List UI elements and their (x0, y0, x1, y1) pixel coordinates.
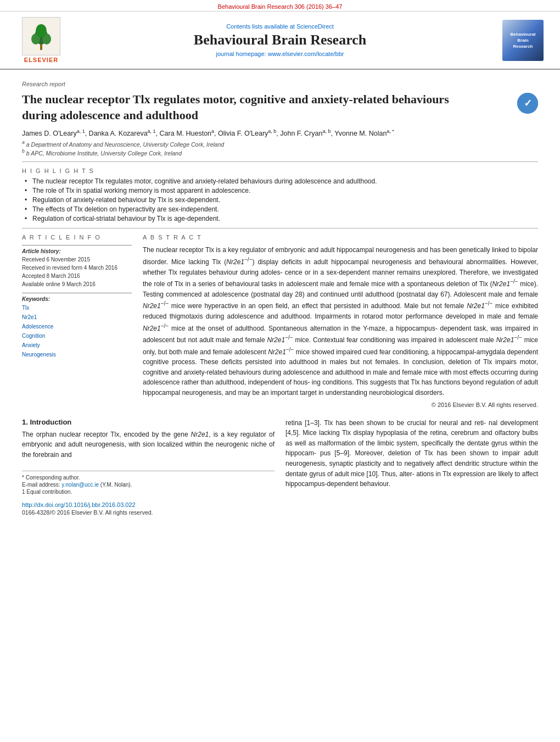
elsevier-logo: ELSEVIER (16, 17, 66, 63)
journal-citation: Behavioural Brain Research 306 (2016) 36… (218, 3, 343, 10)
keywords-block: Keywords: Tlx Nr2e1 Adolescence Cognitio… (22, 293, 132, 359)
title-row: The nuclear receptor Tlx regulates motor… (22, 92, 538, 123)
abstract-title: A B S T R A C T (143, 234, 538, 241)
highlights-list: The nuclear receptor Tlx regulates motor… (22, 177, 538, 222)
keyword: Tlx (22, 303, 132, 313)
sciencedirect-link[interactable]: ScienceDirect (296, 23, 334, 30)
abstract-text: The nuclear receptor Tlx is a key regula… (143, 245, 538, 398)
gene-name-8: Nr2e1 (268, 348, 286, 356)
keywords-label: Keywords: (22, 296, 132, 302)
highlight-item: The role of Tlx in spatial working memor… (25, 187, 538, 194)
gene-name-6: Nr2e1 (267, 336, 285, 344)
crossmark-badge[interactable]: ✓ (517, 93, 538, 114)
with-text: with (440, 369, 451, 376)
article-history-block: Article history: Received 6 November 201… (22, 245, 132, 288)
keyword: Adolescence (22, 322, 132, 331)
article-info-abstract: A R T I C L E I N F O Article history: R… (22, 234, 538, 408)
article-info-column: A R T I C L E I N F O Article history: R… (22, 234, 132, 408)
history-label: Article history: (22, 248, 132, 254)
body-col-right: retina [1–3]. Tlx has been shown to be c… (285, 418, 538, 516)
highlights-title: H I G H L I G H T S (22, 168, 538, 174)
gene-name-7: Nr2e1 (496, 336, 514, 344)
page: Behavioural Brain Research 306 (2016) 36… (0, 0, 560, 742)
online-date: Available online 9 March 2016 (22, 280, 132, 288)
keyword: Anxiety (22, 341, 132, 350)
intro-heading: 1. Introduction (22, 418, 275, 426)
divider-highlights (22, 161, 538, 162)
journal-title: Behavioural Brain Research (71, 32, 489, 48)
journal-homepage: journal homepage: www.elsevier.com/locat… (71, 51, 489, 57)
contents-available: Contents lists available at ScienceDirec… (71, 23, 489, 30)
intro-text-right: retina [1–3]. Tlx has been shown to be c… (285, 418, 538, 489)
highlight-item: The effects of Tlx deletion on hyperacti… (25, 205, 538, 213)
journal-homepage-link[interactable]: www.elsevier.com/locate/bbr (268, 51, 344, 57)
journal-center-info: Contents lists available at ScienceDirec… (71, 23, 489, 57)
email-link[interactable]: y.nolan@ucc.ie (61, 482, 99, 488)
svg-text:✓: ✓ (524, 98, 532, 109)
corresponding-note: * Corresponding author. (22, 475, 275, 481)
gene-name-4: Nr2e1 (467, 302, 485, 310)
gene-name-3: Nr2e1 (143, 302, 161, 310)
copyright-notice: © 2016 Elsevier B.V. All rights reserved… (143, 401, 538, 408)
body-col-left: 1. Introduction The orphan nuclear recep… (22, 418, 275, 516)
received-date: Received 6 November 2015 (22, 255, 132, 264)
journal-header: ELSEVIER Contents lists available at Sci… (0, 12, 560, 70)
abstract-column: A B S T R A C T The nuclear receptor Tlx… (143, 234, 538, 408)
gene-nr2e1: Nr2e1 (191, 431, 209, 438)
journal-logo: Behavioural Brain Research (494, 20, 544, 61)
authors-line: James D. O'Learya, 1, Danka A. Kozarevaa… (22, 129, 538, 137)
keyword: Cognition (22, 331, 132, 341)
elsevier-tree-image (22, 17, 60, 55)
keyword: Nr2e1 (22, 313, 132, 322)
elsevier-brand-text: ELSEVIER (24, 57, 58, 63)
footer-notes: * Corresponding author. E-mail address: … (22, 471, 275, 495)
affiliations: a a Department of Anatomy and Neuroscien… (22, 140, 538, 156)
body-section: 1. Introduction The orphan nuclear recep… (22, 418, 538, 516)
doi-section: http://dx.doi.org/10.1016/j.bbr.2016.03.… (22, 501, 275, 516)
main-content: Research report The nuclear receptor Tlx… (0, 70, 560, 527)
affiliation-b: b b APC, Microbiome Institute, Universit… (22, 148, 538, 157)
highlight-item: Regulation of anxiety-related behaviour … (25, 196, 538, 204)
gene-name: Nr2e1 (226, 258, 244, 266)
highlight-item: The nuclear receptor Tlx regulates motor… (25, 177, 538, 185)
article-info-title: A R T I C L E I N F O (22, 234, 132, 241)
highlight-item: Regulation of cortical-striatal behaviou… (25, 215, 538, 222)
divider-article-info (22, 228, 538, 228)
bbr-logo-box: Behavioural Brain Research (502, 20, 544, 61)
doi-link[interactable]: http://dx.doi.org/10.1016/j.bbr.2016.03.… (22, 501, 275, 508)
gene-name-2: Nr2e1 (492, 280, 510, 288)
revised-date: Received in revised form 4 March 2016 (22, 264, 132, 272)
highlights-section: H I G H L I G H T S The nuclear receptor… (22, 168, 538, 222)
accepted-date: Accepted 8 March 2016 (22, 272, 132, 280)
keywords-list: Tlx Nr2e1 Adolescence Cognition Anxiety … (22, 303, 132, 359)
article-title: The nuclear receptor Tlx regulates motor… (22, 92, 472, 123)
affiliation-a: a a Department of Anatomy and Neuroscien… (22, 140, 538, 148)
email-note: E-mail address: y.nolan@ucc.ie (Y.M. Nol… (22, 482, 275, 488)
email-name: (Y.M. Nolan). (100, 482, 132, 488)
equal-contribution-note: 1 Equal contribution. (22, 489, 275, 495)
journal-bar: Behavioural Brain Research 306 (2016) 36… (0, 0, 560, 12)
issn-text: 0166-4328/© 2016 Elsevier B.V. All right… (22, 509, 275, 516)
svg-point-5 (36, 24, 47, 37)
gene-name-5: Nr2e1 (143, 325, 161, 332)
keyword: Neurogenesis (22, 350, 132, 359)
intro-text-left: The orphan nuclear receptor Tlx, encoded… (22, 429, 275, 460)
section-label: Research report (22, 81, 538, 87)
